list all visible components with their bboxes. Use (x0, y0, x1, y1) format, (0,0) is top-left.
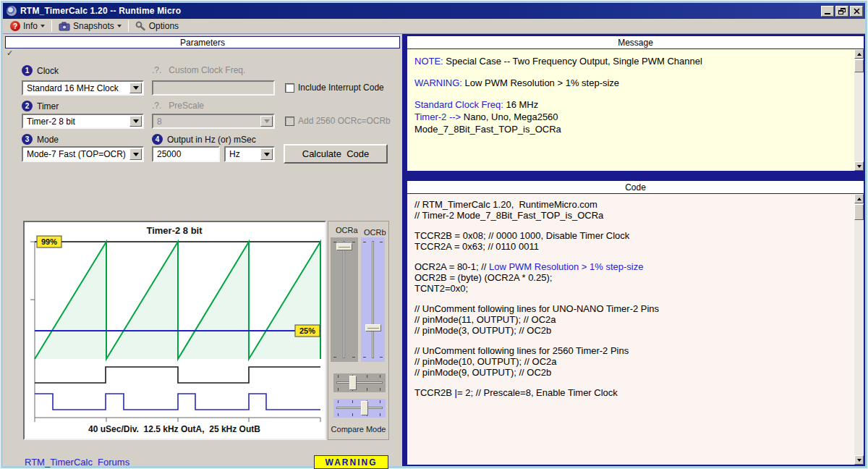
text-line: // pinMode(9, OUTPUT); // OC2b (414, 367, 849, 378)
scroll-up-button[interactable] (854, 49, 864, 59)
mode-select[interactable]: Mode-7 Fast (TOP=OCR) (22, 146, 144, 162)
checkbox-icon (285, 83, 294, 93)
text-line: WARNING: Low PWM Resolution > 1% step-si… (414, 77, 849, 89)
text-line (414, 67, 849, 77)
ocrb-badge: 25% (295, 325, 320, 337)
compare-slider-b-track[interactable] (336, 407, 383, 409)
arrow-down-icon (857, 165, 861, 168)
compare-slider-a[interactable] (333, 373, 386, 392)
chevron-down-icon (117, 25, 122, 28)
text-line: Mode_7_8Bit_Fast_TOP_is_OCRa (414, 123, 849, 135)
text-line: TCCR2B = 0x08; // 0000 1000, Disable Tim… (414, 230, 849, 241)
step-1-badge: 1 (22, 65, 33, 76)
message-body-text: NOTE: Special Case -- Two Frequency Outp… (414, 55, 849, 135)
include-interrupt-checkbox[interactable]: Include Interrupt Code (285, 83, 384, 93)
text-line: // pinMode(10, OUTPUT); // OC2a (414, 356, 849, 367)
camera-icon (59, 22, 70, 31)
info-icon: ? (10, 21, 20, 31)
title-bar[interactable]: RTM_TimerCalc 1.20 -- Runtime Micro (3, 3, 865, 19)
clock-select[interactable]: Standard 16 MHz Clock (22, 80, 144, 96)
compare-slider-b-thumb[interactable] (361, 401, 368, 415)
menu-separator (51, 20, 52, 32)
scroll-thumb[interactable] (854, 204, 864, 220)
svg-text:99%: 99% (41, 237, 57, 246)
restore-icon (838, 8, 846, 14)
ocrb-slider-thumb[interactable] (365, 324, 381, 331)
clock-label: 1 Clock (22, 65, 59, 76)
app-icon (7, 6, 17, 16)
message-header: Message (407, 36, 864, 48)
timer-select[interactable]: Timer-2 8 bit (22, 114, 144, 129)
close-icon (854, 8, 860, 14)
checkbox-icon (285, 117, 294, 126)
close-button[interactable] (850, 6, 863, 17)
text-line (414, 89, 849, 98)
text-line: TCCR2B |= 2; // Prescale=8, Enable Timer… (414, 387, 849, 398)
scroll-down-button[interactable] (854, 161, 864, 171)
menu-options-label: Options (149, 21, 179, 31)
menu-snapshots[interactable]: Snapshots (54, 20, 126, 33)
text-line: // UnComment following lines for UNO-NAN… (414, 303, 849, 314)
compare-slider-a-thumb[interactable] (349, 376, 357, 390)
mode-select-value: Mode-7 Fast (TOP=OCR) (27, 149, 126, 159)
text-line: TCNT2=0x0; (414, 283, 849, 294)
outb-wave (35, 394, 320, 410)
timer-select-arrow[interactable] (129, 116, 142, 127)
custom-clock-label: .?. Custom Clock Freq. (152, 65, 245, 75)
check-mark: ✓ (7, 48, 13, 58)
text-line: TCCR2A = 0x63; // 0110 0011 (414, 241, 849, 252)
ocrb-slider-label: OCRb (364, 228, 386, 237)
minimize-button[interactable] (821, 6, 834, 17)
compare-slider-b[interactable] (333, 399, 386, 418)
scroll-thumb[interactable] (854, 59, 864, 72)
timer-label: 2 Timer (22, 101, 59, 111)
ocra-slider[interactable] (331, 237, 358, 362)
calculate-code-button[interactable]: Calculate Code (284, 144, 388, 164)
code-scrollbar[interactable] (854, 194, 864, 465)
clock-select-arrow[interactable] (129, 83, 142, 93)
waveform-svg: Timer-2 8 bit (25, 222, 325, 439)
message-body: NOTE: Special Case -- Two Frequency Outp… (407, 49, 864, 171)
mode-label: 3 Mode (22, 134, 59, 145)
restore-button[interactable] (835, 6, 848, 17)
ocrb-slider[interactable] (361, 237, 385, 362)
message-scrollbar[interactable] (854, 49, 864, 171)
ocra-slider-thumb[interactable] (336, 243, 352, 250)
parameters-panel: Parameters ✓ 1 Clock .?. Custom Clock Fr… (3, 34, 402, 466)
code-header: Code (407, 181, 864, 193)
output-unit-arrow[interactable] (260, 148, 273, 160)
text-line: NOTE: Special Case -- Two Frequency Outp… (414, 55, 849, 67)
compare-slider-a-track[interactable] (336, 381, 383, 384)
window-title: RTM_TimerCalc 1.20 -- Runtime Micro (20, 6, 821, 16)
menu-separator (128, 20, 129, 32)
text-line: // UnComment following lines for 2560 Ti… (414, 345, 849, 356)
mode-select-arrow[interactable] (129, 148, 142, 160)
output-unit-value: Hz (229, 149, 240, 159)
code-body: // RTM_TimerCalc 1.20, RuntimeMicro.com/… (407, 194, 864, 465)
waveform-chart: Timer-2 8 bit (23, 221, 326, 440)
warning-badge: WARNING (314, 455, 388, 469)
menu-snapshots-label: Snapshots (73, 21, 114, 31)
output-value-input[interactable]: 25000 (152, 146, 220, 162)
text-line: Standard Clock Freq: 16 MHz (414, 98, 849, 111)
step-2-badge: 2 (22, 101, 33, 111)
menu-info[interactable]: ? Info (6, 20, 49, 33)
prescale-label: .?. PreScale (152, 101, 204, 111)
prescale-select-arrow (260, 116, 273, 127)
scroll-down-button[interactable] (854, 455, 864, 465)
forums-link[interactable]: RTM_TimerCalc Forums (25, 457, 129, 468)
chart-title: Timer-2 8 bit (146, 225, 203, 236)
sliders-group: OCRa OCRb (328, 221, 389, 440)
output-unit-select[interactable]: Hz (224, 146, 275, 162)
text-line: // RTM_TimerCalc 1.20, RuntimeMicro.com (414, 199, 849, 210)
chevron-down-icon (41, 25, 45, 28)
parameters-header: Parameters (5, 36, 400, 48)
svg-text:25%: 25% (299, 326, 315, 335)
arrow-down-icon (857, 459, 861, 462)
ocrb-slider-track[interactable] (372, 241, 374, 358)
menu-options[interactable]: Options (131, 20, 183, 33)
app-window: RTM_TimerCalc 1.20 -- Runtime Micro ? In… (0, 0, 868, 469)
text-line (414, 378, 849, 387)
ocra-slider-track[interactable] (343, 241, 345, 358)
scroll-up-button[interactable] (854, 194, 864, 203)
